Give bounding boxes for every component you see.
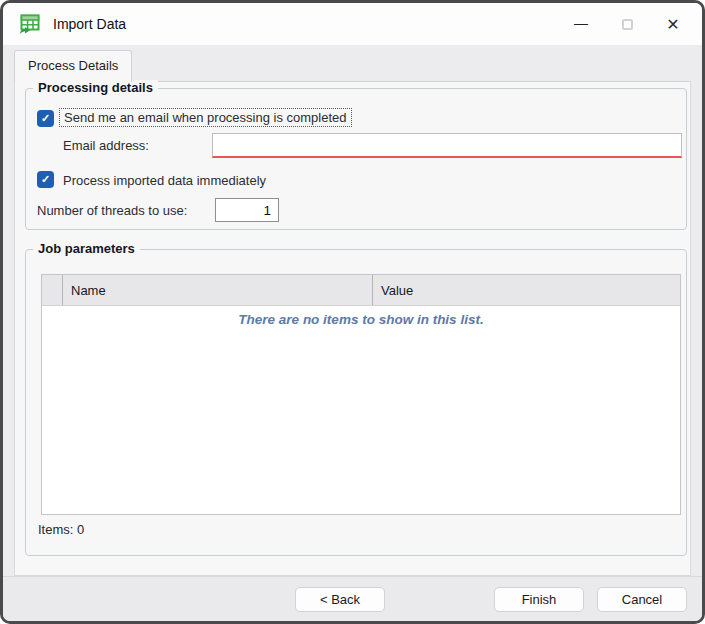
tab-page: Processing details ✓ Send me an email wh… (14, 81, 691, 576)
header-cell-name[interactable]: Name (62, 275, 372, 305)
tab-strip: Process Details (3, 45, 702, 81)
maximize-icon (622, 19, 633, 30)
email-notification-checkbox[interactable]: ✓ (37, 110, 54, 127)
tab-process-details[interactable]: Process Details (14, 50, 132, 82)
items-count: Items: 0 (38, 522, 84, 537)
process-immediately-label[interactable]: Process imported data immediately (63, 173, 266, 188)
check-icon: ✓ (41, 112, 50, 125)
processing-details-group: Processing details ✓ Send me an email wh… (25, 88, 687, 230)
empty-list-message: There are no items to show in this list. (42, 306, 680, 327)
import-data-icon (18, 12, 42, 36)
threads-count-label: Number of threads to use: (37, 203, 187, 218)
job-parameters-group-title: Job parameters (33, 241, 140, 256)
header-cell-value[interactable]: Value (372, 275, 680, 305)
finish-button[interactable]: Finish (494, 587, 584, 612)
close-button[interactable]: ✕ (650, 3, 696, 45)
header-cell-selector[interactable] (42, 275, 62, 305)
back-button[interactable]: < Back (295, 587, 385, 612)
check-icon: ✓ (41, 173, 50, 186)
email-address-input[interactable] (212, 133, 682, 158)
table-header: Name Value (42, 275, 680, 306)
minimize-button[interactable]: — (558, 3, 604, 45)
threads-count-input[interactable] (215, 198, 279, 222)
table-body: There are no items to show in this list. (42, 306, 680, 515)
email-notification-label[interactable]: Send me an email when processing is comp… (59, 108, 352, 127)
email-address-label: Email address: (63, 138, 149, 153)
window-controls: — ✕ (558, 3, 696, 45)
job-parameters-group: Job parameters Name Value There are no i… (25, 249, 687, 556)
cancel-button[interactable]: Cancel (597, 587, 687, 612)
import-data-dialog: Import Data — ✕ Process Details Processi… (0, 0, 705, 624)
title-bar: Import Data — ✕ (3, 3, 702, 45)
job-parameters-table: Name Value There are no items to show in… (41, 274, 681, 515)
process-immediately-checkbox[interactable]: ✓ (37, 171, 54, 188)
button-bar: < Back Finish Cancel (3, 576, 702, 621)
processing-group-title: Processing details (33, 80, 158, 95)
maximize-button[interactable] (604, 3, 650, 45)
window-title: Import Data (53, 16, 126, 32)
